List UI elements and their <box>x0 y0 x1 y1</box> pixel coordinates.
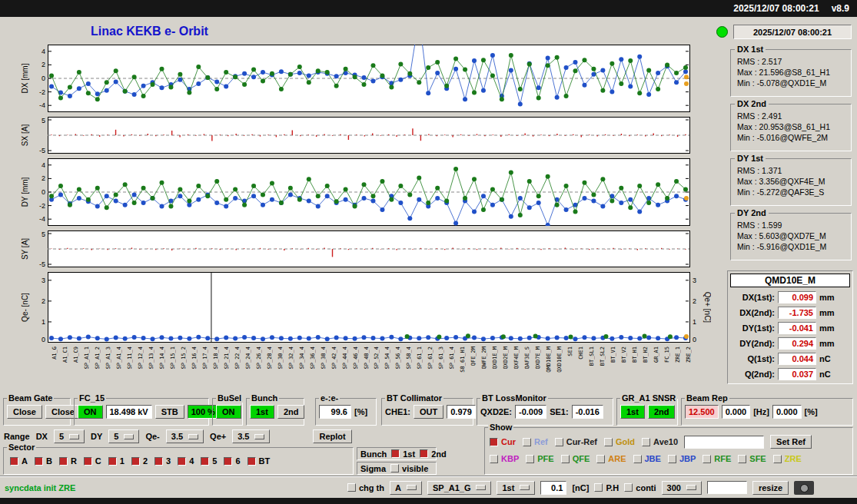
ph-toggle[interactable]: P.H <box>594 483 619 492</box>
range-qe-plus-select[interactable]: 3.5 <box>232 429 270 443</box>
bottom-border <box>0 498 857 504</box>
gr-a1-1st-button[interactable]: 1st <box>620 405 645 419</box>
show-qfe[interactable]: QFE <box>561 454 590 463</box>
checkbox-icon[interactable] <box>35 457 43 466</box>
replot-button[interactable]: Replot <box>313 429 351 443</box>
checkbox-icon[interactable] <box>523 438 531 446</box>
checkbox-icon[interactable] <box>633 455 642 463</box>
bunch-2nd-button[interactable]: 2nd <box>277 405 305 419</box>
checkbox-icon[interactable] <box>490 455 498 463</box>
x-axis-label: SP_14_4 <box>159 346 165 370</box>
fc15-on-button[interactable]: ON <box>78 405 103 419</box>
bunch-1st-button[interactable]: 1st <box>250 405 274 419</box>
show-cur-ref[interactable]: Cur-Ref <box>555 437 597 446</box>
x-axis-label: SP_52_4 <box>374 346 380 370</box>
svg-text:Qe- [nC]: Qe- [nC] <box>21 293 29 322</box>
checkbox-icon[interactable] <box>738 455 746 463</box>
checkbox-icon[interactable] <box>10 457 18 466</box>
checkbox-icon[interactable] <box>490 438 498 446</box>
sector-6[interactable]: 6 <box>224 456 240 466</box>
range-dx-select[interactable]: 5 <box>54 429 85 443</box>
show-gold[interactable]: Gold <box>604 437 635 446</box>
show-kbp[interactable]: KBP <box>490 454 519 463</box>
show-cur[interactable]: Cur <box>490 437 516 446</box>
monitor-name[interactable]: QMD10E_M <box>730 274 850 287</box>
bunch-1st[interactable]: 1st <box>391 449 415 459</box>
sigma-visible[interactable]: visible <box>390 464 428 473</box>
checkbox-icon[interactable] <box>668 455 676 463</box>
monitor-row-label: DY(2nd): <box>730 339 775 348</box>
sector-c[interactable]: C <box>84 456 101 466</box>
checkbox-icon[interactable] <box>596 455 605 463</box>
checkbox-icon[interactable] <box>604 438 613 446</box>
gr-a1-2nd-button[interactable]: 2nd <box>648 405 676 419</box>
checkbox-icon[interactable] <box>526 455 534 463</box>
che1-out-button[interactable]: OUT <box>414 405 443 419</box>
monitor-row-value: 0.099 <box>778 291 816 303</box>
checkbox-icon[interactable] <box>154 457 163 466</box>
conti-toggle[interactable]: conti <box>624 483 656 492</box>
checkbox-icon[interactable] <box>347 483 356 492</box>
mode-select[interactable]: A <box>390 481 422 495</box>
show-jbe[interactable]: JBE <box>633 454 661 463</box>
show-ref[interactable]: Ref <box>523 437 548 446</box>
checkbox-icon[interactable] <box>391 449 400 458</box>
set-ref-button[interactable]: Set Ref <box>770 435 812 449</box>
checkbox-icon[interactable] <box>773 455 782 463</box>
checkbox-icon[interactable] <box>420 449 428 458</box>
show-pfe[interactable]: PFE <box>526 454 553 463</box>
beam-gate-close-1-button[interactable]: Close <box>7 405 42 419</box>
sector-2[interactable]: 2 <box>131 456 148 466</box>
sector-4[interactable]: 4 <box>178 456 194 466</box>
chg-th-toggle[interactable]: chg th <box>347 483 384 492</box>
resize-button[interactable]: resize <box>752 481 789 495</box>
device-select[interactable]: SP_A1_G <box>427 481 492 495</box>
x-axis-label: SP_12_4 <box>138 346 144 370</box>
interval-select[interactable]: 300 <box>662 481 702 495</box>
checkbox-icon[interactable] <box>703 455 711 463</box>
sector-1[interactable]: 1 <box>108 456 125 466</box>
sector-a[interactable]: A <box>10 456 28 466</box>
checkbox-icon[interactable] <box>555 438 563 446</box>
checkbox-icon[interactable] <box>624 483 633 492</box>
x-axis-label: SP_32_4 <box>288 346 294 370</box>
sector-b[interactable]: B <box>35 456 52 466</box>
x-axis-label: SP_38_4 <box>321 346 327 370</box>
fc15-stb-button[interactable]: STB <box>155 405 184 419</box>
status-indicator <box>716 26 728 38</box>
show-are[interactable]: ARE <box>596 454 626 463</box>
checkbox-icon[interactable] <box>224 457 232 466</box>
stats-group-title: DX 1st <box>735 45 766 54</box>
checkbox-icon[interactable] <box>594 483 603 492</box>
se1-label: SE1: <box>550 407 568 416</box>
range-qe-minus-select[interactable]: 3.5 <box>166 429 204 443</box>
show-jbp[interactable]: JBP <box>668 454 696 463</box>
ref-file-input[interactable] <box>684 436 764 449</box>
checkbox-icon[interactable] <box>59 457 68 466</box>
bunch-select[interactable]: 1st <box>497 481 535 495</box>
interval-input[interactable] <box>707 481 747 494</box>
camera-icon[interactable] <box>794 481 814 495</box>
beam-rep-title: Beam Rep <box>685 393 729 403</box>
show-rfe[interactable]: RFE <box>703 454 731 463</box>
range-dy-select[interactable]: 5 <box>108 429 139 443</box>
checkbox-icon[interactable] <box>108 457 117 466</box>
bunch-2nd[interactable]: 2nd <box>420 449 447 459</box>
checkbox-icon[interactable] <box>390 464 399 472</box>
sector-5[interactable]: 5 <box>201 456 217 466</box>
show-ave10[interactable]: Ave10 <box>642 437 678 446</box>
checkbox-icon[interactable] <box>131 457 140 466</box>
checkbox-icon[interactable] <box>201 457 209 466</box>
checkbox-icon[interactable] <box>84 457 92 466</box>
sector-bt[interactable]: BT <box>247 456 271 466</box>
checkbox-icon[interactable] <box>561 455 570 463</box>
ee-ratio-unit: [%] <box>354 407 367 416</box>
checkbox-icon[interactable] <box>178 457 186 466</box>
busel-on-button[interactable]: ON <box>216 405 241 419</box>
checkbox-icon[interactable] <box>642 438 650 446</box>
show-zre[interactable]: ZRE <box>773 454 802 463</box>
sector-3[interactable]: 3 <box>154 456 171 466</box>
checkbox-icon[interactable] <box>247 457 256 466</box>
show-sfe[interactable]: SFE <box>738 454 766 463</box>
sector-r[interactable]: R <box>59 456 77 466</box>
